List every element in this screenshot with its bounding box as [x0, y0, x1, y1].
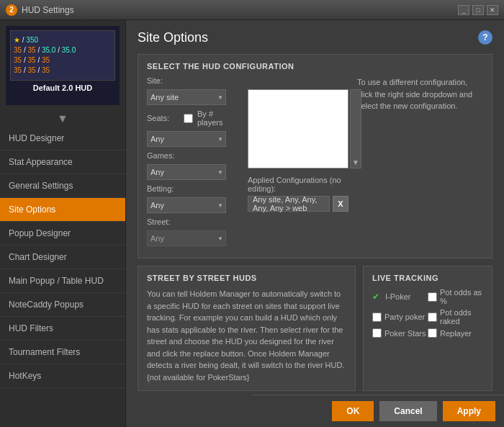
sidebar-item-stat-appearance[interactable]: Stat Appearance [0, 150, 125, 174]
live-tracking-ipoker: ✔ I-Poker [372, 288, 428, 305]
site-label: Site: [147, 76, 179, 85]
live-tracking-items: ✔ I-Poker Pot odds as % Party poker [372, 288, 483, 341]
pot-odds-raked-checkbox[interactable] [428, 313, 437, 322]
hud-preview-inner: ★ / 350 35 / 35 / 35.0 / 35.0 35 / [10, 30, 115, 81]
pot-odds-raked-label: Pot odds raked [440, 308, 483, 325]
hud-stat-row-2: 35 / 35 / 35.0 / 35.0 [14, 45, 112, 55]
help-icon[interactable]: ? [478, 30, 492, 45]
minimize-button[interactable]: _ [458, 5, 469, 15]
live-tracking-section: Live Tracking ✔ I-Poker Pot odds as % [363, 266, 492, 391]
live-tracking-pokerstars: Poker Stars [372, 328, 428, 338]
betting-select-wrapper: Any NL FL PL [147, 197, 226, 213]
hud-config-left: Site: Any site PokerStars Party Poker [147, 76, 239, 251]
pot-odds-pct-checkbox[interactable] [428, 292, 437, 302]
sidebar-item-popup-designer[interactable]: Popup Designer [0, 222, 125, 246]
maximize-button[interactable]: □ [472, 5, 484, 15]
hud-preview-label: Default 2.0 HUD [10, 84, 115, 92]
content-area: ? Site Options Select the Hud Configurat… [126, 20, 504, 427]
games-label: Games: [147, 151, 179, 160]
site-select[interactable]: Any site PokerStars Party Poker [147, 89, 226, 105]
sidebar-item-chart-designer[interactable]: Chart Designer [0, 246, 125, 269]
games-select-row: Any Hold'em Omaha [147, 164, 239, 180]
window-title: HUD Settings [22, 5, 458, 15]
street-by-street-text: You can tell Holdem Manager to automatic… [147, 288, 346, 383]
live-tracking-row-3: Poker Stars Replayer [372, 328, 483, 338]
hud-stat-row-3: 35 / 35 / 35 [14, 55, 112, 66]
live-tracking-replayer: Replayer [428, 328, 483, 338]
ok-button[interactable]: OK [332, 401, 374, 421]
pokerstars-checkbox[interactable] [372, 328, 382, 338]
party-poker-label: Party poker [384, 313, 425, 321]
main-layout: ★ / 350 35 / 35 / 35.0 / 35.0 35 / [0, 20, 504, 427]
sidebar-item-hotkeys[interactable]: HotKeys [0, 364, 125, 388]
sidebar-item-tournament-filters[interactable]: Tournament Filters [0, 341, 125, 364]
replayer-label: Replayer [440, 329, 472, 338]
betting-select-row: Any NL FL PL [147, 197, 239, 213]
seats-row: Seats: By # players [147, 109, 239, 127]
title-bar: 2 HUD Settings _ □ ✕ [0, 0, 504, 20]
games-label-row: Games: [147, 151, 239, 160]
hud-stat-row-1: ★ / 350 [14, 35, 112, 45]
live-tracking-row-2: Party poker Pot odds raked [372, 308, 483, 325]
app-icon: 2 [6, 4, 17, 16]
games-select[interactable]: Any Hold'em Omaha [147, 164, 226, 180]
seats-select-row: Any 2 6 9 [147, 131, 239, 147]
ipoker-check-icon: ✔ [372, 292, 382, 302]
footer: OK Cancel Apply [252, 395, 504, 427]
sidebar: ★ / 350 35 / 35 / 35.0 / 35.0 35 / [0, 20, 126, 427]
games-select-wrapper: Any Hold'em Omaha [147, 164, 226, 180]
hud-config-preview: ▼ Applied Configurations (no editing): A… [248, 89, 348, 251]
live-tracking-title: Live Tracking [372, 274, 483, 282]
sidebar-item-notecaddy-popups[interactable]: NoteCaddy Popups [0, 293, 125, 317]
close-button[interactable]: ✕ [487, 5, 498, 15]
sidebar-item-general-settings[interactable]: General Settings [0, 174, 125, 198]
preview-box [248, 89, 348, 168]
by-players-checkbox[interactable] [184, 114, 193, 123]
sidebar-item-site-options[interactable]: Site Options [0, 198, 125, 222]
street-select[interactable]: Any Preflop Flop Turn River [147, 230, 226, 246]
site-select-wrapper: Any site PokerStars Party Poker [147, 89, 226, 105]
hud-config-help: To use a different configuration, click … [357, 76, 483, 251]
hud-preview: ★ / 350 35 / 35 / 35.0 / 35.0 35 / [6, 26, 120, 105]
applied-config-row: Any site, Any, Any, Any, Any > web X [248, 196, 348, 212]
applied-config-label: Applied Configurations (no editing): [248, 176, 348, 193]
hud-config-title: Select the Hud Configuration [147, 62, 483, 71]
pot-odds-pct-label: Pot odds as % [440, 288, 483, 305]
pokerstars-label: Poker Stars [384, 329, 426, 338]
sidebar-item-main-popup-table-hud[interactable]: Main Popup / Table HUD [0, 269, 125, 293]
window-controls: _ □ ✕ [458, 5, 498, 15]
hud-stat-row-4: 35 / 35 / 35 [14, 66, 112, 76]
replayer-checkbox[interactable] [428, 328, 437, 338]
ipoker-label: I-Poker [385, 292, 410, 301]
sidebar-item-hud-filters[interactable]: HUD Filters [0, 317, 125, 341]
betting-label: Betting: [147, 184, 179, 193]
street-by-street-section: Street by Street HUDs You can tell Holde… [138, 266, 356, 391]
party-poker-checkbox[interactable] [372, 313, 382, 322]
street-by-street-title: Street by Street HUDs [147, 274, 346, 282]
street-label: Street: [147, 217, 179, 226]
preview-scroll[interactable]: ▼ [350, 89, 361, 168]
scroll-arrow-icon: ▼ [352, 158, 359, 166]
betting-select[interactable]: Any NL FL PL [147, 197, 226, 213]
apply-button[interactable]: Apply [443, 401, 495, 421]
site-select-row: Any site PokerStars Party Poker [147, 89, 239, 105]
delete-config-button[interactable]: X [333, 196, 348, 212]
hud-config-section: Select the Hud Configuration Site: Any s… [138, 54, 492, 259]
sidebar-scroll-down[interactable]: ▼ [0, 111, 125, 127]
site-row: Site: [147, 76, 239, 85]
street-select-row: Any Preflop Flop Turn River [147, 230, 239, 246]
seats-label: Seats: [147, 114, 179, 122]
page-title: Site Options [138, 30, 492, 45]
bottom-sections: Street by Street HUDs You can tell Holde… [138, 266, 492, 398]
seats-select[interactable]: Any 2 6 9 [147, 131, 226, 147]
applied-config-text: Any site, Any, Any, Any, Any > web [248, 196, 330, 212]
by-players-label: By # players [197, 109, 239, 127]
hud-config-layout: Site: Any site PokerStars Party Poker [147, 76, 483, 251]
live-tracking-pot-odds-raked: Pot odds raked [428, 308, 483, 325]
betting-label-row: Betting: [147, 184, 239, 193]
sidebar-item-hud-designer[interactable]: HUD Designer [0, 127, 125, 150]
street-select-wrapper: Any Preflop Flop Turn River [147, 230, 226, 246]
live-tracking-pot-odds-pct: Pot odds as % [428, 288, 483, 305]
cancel-button[interactable]: Cancel [379, 401, 436, 421]
street-label-row: Street: [147, 217, 239, 226]
